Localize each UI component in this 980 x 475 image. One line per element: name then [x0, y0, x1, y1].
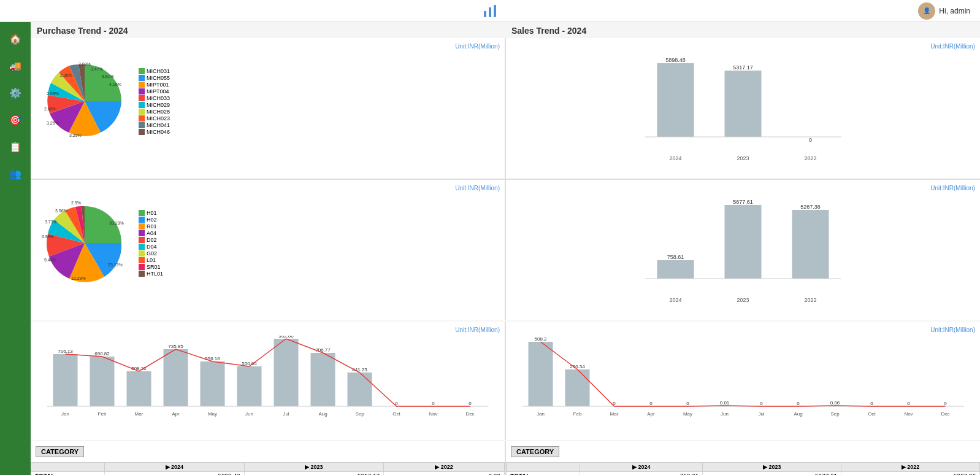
- sidebar-item-home[interactable]: 🏠: [4, 27, 27, 50]
- svg-text:5898.48: 5898.48: [665, 57, 686, 63]
- svg-text:30.23%: 30.23%: [109, 221, 124, 225]
- sales-table-panel: CATEGORY ▶ 2024 ▶ 2023 ▶ 2022 TOTAL: [506, 441, 980, 475]
- svg-rect-2: [494, 5, 496, 17]
- sales-category-btn[interactable]: CATEGORY: [511, 446, 559, 457]
- svg-rect-37: [792, 210, 829, 279]
- svg-rect-45: [127, 371, 151, 406]
- sales-col-2023: ▶ 2023: [703, 463, 841, 472]
- sales-monthly-panel: Unit:INR(Million) 508.2 250.34 0 0 0 0.0…: [506, 322, 980, 440]
- sidebar: 🏠 🚚 ⚙️ 🎯 📋 👥: [0, 22, 31, 475]
- svg-rect-34: [725, 205, 762, 279]
- svg-rect-47: [164, 349, 188, 406]
- table-row: TOTAL 758.615677.615267.36: [507, 472, 980, 476]
- svg-text:2022: 2022: [804, 155, 816, 161]
- dashboard-icon: [483, 4, 497, 18]
- sales-data-table: ▶ 2024 ▶ 2023 ▶ 2022 TOTAL 758.615677.61…: [506, 462, 980, 475]
- svg-rect-16: [725, 71, 762, 137]
- sidebar-item-settings[interactable]: ⚙️: [4, 81, 27, 104]
- svg-text:0: 0: [944, 401, 947, 406]
- svg-text:0: 0: [686, 401, 689, 406]
- svg-text:3.29%: 3.29%: [69, 133, 82, 137]
- svg-rect-55: [311, 353, 335, 406]
- sales-legend: H01 H02 R01 A04 D02 D04 G02 L01 SR01 HTL…: [139, 210, 163, 277]
- svg-text:Dec: Dec: [465, 411, 474, 417]
- svg-text:0: 0: [760, 401, 763, 406]
- svg-text:Feb: Feb: [573, 411, 582, 417]
- purchase-monthly-unit: Unit:INR(Million): [36, 326, 500, 333]
- svg-text:706.77: 706.77: [315, 347, 331, 353]
- svg-text:0: 0: [907, 401, 910, 406]
- sales-bar-unit: Unit:INR(Million): [511, 185, 975, 191]
- svg-text:Mar: Mar: [135, 411, 144, 417]
- svg-text:Nov: Nov: [904, 411, 913, 417]
- svg-text:0.01: 0.01: [720, 400, 730, 406]
- purchase-unit: Unit:INR(Million): [36, 43, 500, 50]
- sales-pie-panel: Unit:INR(Million): [31, 180, 505, 320]
- svg-text:Jun: Jun: [721, 411, 729, 417]
- svg-text:Feb: Feb: [98, 411, 107, 417]
- sales-col-2024: ▶ 2024: [580, 463, 703, 472]
- svg-text:2.5%: 2.5%: [71, 201, 81, 205]
- svg-text:962.66: 962.66: [278, 336, 294, 339]
- svg-text:0: 0: [797, 401, 800, 406]
- svg-rect-49: [201, 361, 225, 406]
- svg-text:5677.61: 5677.61: [733, 199, 753, 205]
- sales-unit: Unit:INR(Million): [36, 185, 500, 191]
- sales-trend-title: Sales Trend - 2024: [505, 22, 980, 38]
- svg-text:6.99%: 6.99%: [42, 234, 54, 239]
- sidebar-item-delivery[interactable]: 🚚: [4, 54, 27, 77]
- svg-text:3.56%: 3.56%: [55, 209, 67, 213]
- svg-text:Jul: Jul: [758, 411, 764, 417]
- svg-text:Dec: Dec: [941, 411, 949, 417]
- svg-text:3.73%: 3.73%: [45, 220, 57, 224]
- svg-text:0: 0: [870, 401, 873, 406]
- svg-text:2.08%: 2.08%: [78, 62, 91, 66]
- table-row: TOTAL 5898.485317.170.00: [31, 472, 505, 476]
- user-info: 👤 Hi, admin: [918, 2, 970, 20]
- purchase-category-btn[interactable]: CATEGORY: [36, 446, 84, 457]
- svg-rect-1: [489, 7, 491, 17]
- svg-rect-78: [529, 342, 553, 406]
- svg-text:2.08%: 2.08%: [60, 73, 72, 77]
- purchase-table-panel: CATEGORY ▶ 2024 ▶ 2023 ▶ 2022 TOTAL: [31, 441, 505, 475]
- svg-text:596.16: 596.16: [205, 356, 220, 361]
- sidebar-item-users[interactable]: 👥: [4, 162, 27, 185]
- svg-text:Jan: Jan: [537, 411, 545, 417]
- svg-text:Sep: Sep: [830, 411, 840, 417]
- svg-rect-80: [565, 369, 590, 406]
- purchase-bar-unit: Unit:INR(Million): [511, 43, 975, 50]
- svg-text:2022: 2022: [804, 297, 816, 303]
- svg-text:0: 0: [809, 137, 812, 143]
- svg-text:0: 0: [469, 401, 472, 406]
- main-content: Purchase Trend - 2024 Sales Trend - 2024…: [31, 22, 980, 475]
- purchase-col-2022: ▶ 2022: [384, 463, 505, 472]
- svg-text:May: May: [683, 411, 692, 417]
- svg-rect-51: [237, 366, 262, 406]
- sales-pie-chart: 30.23% 23.13% 12.29% 9.48% 6.99% 3.73% 3…: [36, 194, 134, 292]
- svg-text:5267.36: 5267.36: [800, 204, 821, 210]
- svg-text:508.22: 508.22: [131, 366, 147, 371]
- sales-col-2022: ▶ 2022: [841, 463, 980, 472]
- svg-rect-13: [657, 63, 694, 137]
- svg-text:Oct: Oct: [392, 411, 400, 417]
- svg-text:Jan: Jan: [61, 411, 69, 417]
- svg-text:Aug: Aug: [318, 411, 327, 417]
- svg-text:706.13: 706.13: [58, 349, 73, 354]
- purchase-pie-panel: Unit:INR(Million): [31, 38, 505, 179]
- purchase-trend-title: Purchase Trend - 2024: [31, 22, 505, 38]
- purchase-data-table: ▶ 2024 ▶ 2023 ▶ 2022 TOTAL 5898.485317.1…: [31, 462, 505, 475]
- svg-rect-43: [90, 357, 115, 406]
- purchase-legend: MICH031 MICH055 MIPT001 MIPT004 MICH033 …: [139, 68, 170, 135]
- sidebar-item-target[interactable]: 🎯: [4, 108, 27, 131]
- svg-text:0: 0: [432, 401, 435, 406]
- svg-text:0: 0: [649, 401, 653, 406]
- svg-text:9.48%: 9.48%: [44, 258, 56, 262]
- svg-text:Nov: Nov: [429, 411, 437, 417]
- svg-text:2024: 2024: [669, 155, 681, 161]
- svg-text:758.61: 758.61: [667, 254, 684, 260]
- sidebar-item-reports[interactable]: 📋: [4, 135, 27, 158]
- svg-text:2023: 2023: [737, 297, 749, 303]
- svg-text:Jul: Jul: [283, 411, 289, 417]
- svg-text:Apr: Apr: [647, 411, 655, 417]
- svg-text:23.13%: 23.13%: [108, 263, 123, 267]
